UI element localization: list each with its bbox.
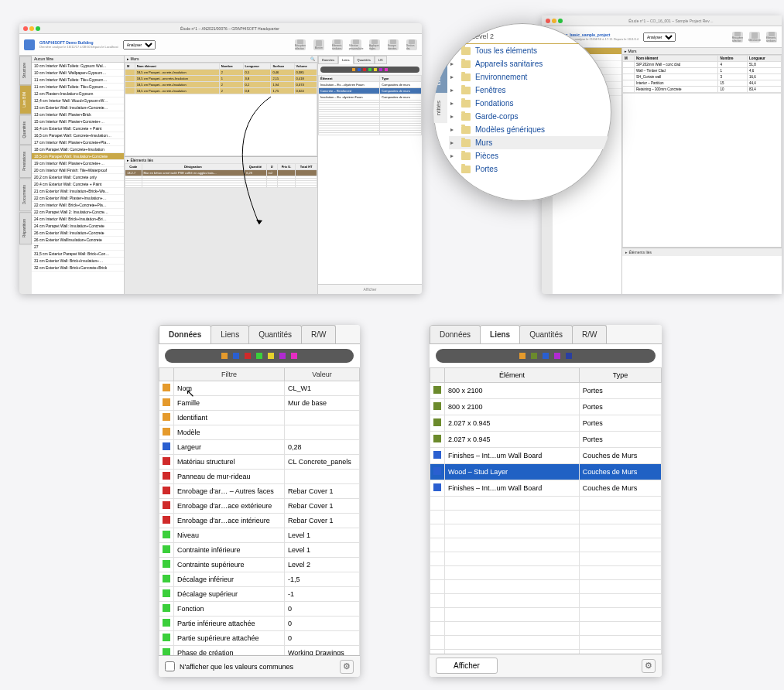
property-row[interactable]: Enrobage d'ar…ace intérieureRebar Cover … (159, 514, 360, 528)
tree-item[interactable]: 32 cm Exterior Wall: Brick+Concrete+Bric… (32, 265, 124, 272)
afficher-button[interactable]: Afficher (318, 284, 422, 294)
color-swatch[interactable] (554, 353, 560, 359)
zoom-icon[interactable] (558, 19, 563, 23)
titlebar[interactable]: Étude n°1 – CO_16_001 – Sample Project R… (542, 15, 782, 26)
gear-icon[interactable]: ⚙ (340, 660, 354, 674)
property-row[interactable]: NomCL_W1 (159, 381, 360, 396)
titlebar[interactable]: Étude n°1 – AN2021/00076 – GRAPHISOFT He… (19, 23, 422, 34)
expand-icon[interactable]: ▸ (450, 113, 457, 120)
tab-données[interactable]: Données (159, 325, 211, 343)
analyser-select[interactable]: Analyser (123, 40, 156, 50)
toolbar-button[interactable]: Récupérer sélection (732, 32, 743, 43)
lens-sidetab[interactable]: ntités (433, 93, 447, 123)
link-row[interactable]: 2.027 x 0.945Portes (430, 415, 662, 432)
tree-item[interactable]: 16,5 cm Parapet Wall: Concrete+Insulatio… (32, 132, 124, 139)
expand-icon[interactable]: ▸ (450, 152, 457, 159)
tree-item[interactable]: 12,4 cm Interior Wall: Wood+Gypsum+W… (32, 97, 124, 104)
tree-item[interactable]: 22 cm Interior Wall: Brick+Concrete+Pla… (32, 202, 124, 209)
right-tab[interactable]: Données (318, 56, 338, 64)
sidetab-structure[interactable]: Structure (19, 56, 32, 85)
property-row[interactable]: Contrainte inférieureLevel 1 (159, 543, 360, 558)
category-item[interactable]: ▸Modèles génériques (449, 123, 608, 136)
tree-item[interactable]: 10 cm Interior Wall: Wallpaper+Gypsum… (32, 70, 124, 77)
sidetab-documents[interactable]: Documents (19, 178, 32, 211)
lens-sidetab[interactable]: Lien BIM (433, 53, 447, 94)
property-row[interactable]: Fonction0 (159, 602, 360, 617)
category-item[interactable]: ▸Fenêtres (449, 84, 608, 97)
right-tab[interactable]: L/C (375, 56, 387, 64)
links-table[interactable]: ÉlémentTypeInsulation – Ex…olystiren Foa… (318, 75, 422, 284)
property-row[interactable]: Partie supérieure attachée0 (159, 631, 360, 646)
expand-icon[interactable]: ▸ (450, 73, 457, 80)
tree-item[interactable]: 16,4 cm Exterior Wall: Concrete + Paint (32, 125, 124, 132)
category-item[interactable]: ▸Fondations (449, 97, 608, 110)
category-item[interactable]: ▸Murs (449, 136, 608, 149)
property-row[interactable]: Décalage inférieur-1,5 (159, 572, 360, 587)
link-row[interactable]: 2.027 x 0.945Portes (430, 432, 662, 448)
tab-r/w[interactable]: R/W (572, 325, 607, 343)
murs-table[interactable]: ▸ Murs MNom élémentNombreLongueurSIP 202… (622, 48, 782, 294)
toolbar-button[interactable]: Envoyer données (388, 39, 399, 50)
color-swatch[interactable] (256, 353, 262, 359)
property-row[interactable]: Décalage supérieur-1 (159, 587, 360, 602)
sidetab-quantités[interactable]: Quantités (19, 114, 32, 145)
property-row[interactable]: Enrobage d'ar… – Autres facesRebar Cover… (159, 484, 360, 499)
tree-item[interactable]: 12 cm Plaster+Insulation+Gypsum (32, 91, 124, 97)
sidetab-répartition[interactable]: Répartition (19, 212, 32, 244)
tree-item[interactable]: 22 cm Parapet Wall 2: Insulation+Concre… (32, 209, 124, 216)
common-values-checkbox[interactable] (165, 661, 175, 671)
link-row[interactable]: 800 x 2100Portes (430, 383, 662, 399)
color-swatch[interactable] (531, 353, 537, 359)
toolbar-button[interactable]: Récupérer sélection (295, 39, 306, 50)
tree-item[interactable]: 27 (32, 244, 124, 251)
tab-données[interactable]: Données (430, 325, 481, 343)
tree-item[interactable]: 11 cm Interior Wall-Toilets: Tile+Gypsum… (32, 84, 124, 91)
color-swatch[interactable] (279, 353, 286, 359)
color-filter-bar[interactable] (165, 349, 354, 363)
color-filter-bar[interactable] (320, 67, 419, 73)
category-item[interactable]: ▸Pièces (449, 149, 608, 162)
expand-icon[interactable]: ▸ (450, 47, 457, 54)
tree-item[interactable]: 21 cm Exterior Wall: Insulation+Brick+Wa… (32, 188, 124, 195)
tree-item[interactable]: 18 cm Parapet Wall: Concrete+Insulation (32, 146, 124, 153)
tree-item[interactable]: 22 cm Exterior Wall: Plaster+Insulation+… (32, 195, 124, 202)
toolbar-button[interactable]: Gestion des (406, 39, 417, 50)
category-item[interactable]: ▸Environnement (449, 70, 608, 84)
expand-icon[interactable]: ▸ (450, 100, 457, 107)
toolbar-button[interactable]: Appliquer règles (369, 39, 380, 50)
elements-lies[interactable]: ▸ Éléments liés CodeDésignationQuantitéU… (125, 156, 317, 188)
property-row[interactable]: Enrobage d'ar…ace extérieureRebar Cover … (159, 499, 360, 514)
zoom-icon[interactable] (36, 26, 40, 31)
toolbar-button[interactable]: Montrer (313, 39, 324, 50)
color-swatch[interactable] (268, 353, 274, 359)
property-row[interactable]: FamilleMur de base (159, 396, 360, 411)
structure-tree[interactable]: Aucun filtre 10 cm Interior Wall-Toilets… (32, 56, 125, 294)
gear-icon[interactable]: ⚙ (642, 659, 656, 673)
tree-item[interactable]: 17 cm Interior Wall: Plaster+Concrete+Pl… (32, 139, 124, 146)
minimize-icon[interactable] (552, 19, 556, 23)
color-swatch[interactable] (519, 353, 526, 359)
sidetab-prestations[interactable]: Prestations (19, 145, 32, 178)
sidetab-lien bim[interactable]: Lien BIM (19, 85, 32, 114)
property-row[interactable]: Largeur0,28 (159, 440, 360, 455)
toolbar-button[interactable]: Sélectionner (749, 32, 760, 43)
toolbar-button[interactable]: Sélection personnalisée (351, 39, 361, 50)
tree-item[interactable]: 10 cm Interior Wall-Toilets: Gypsum Wal… (32, 63, 124, 70)
tree-item[interactable]: 20,2 cm Exterior Wall: Concrete only (32, 174, 124, 181)
expand-icon[interactable]: ▸ (450, 166, 457, 172)
color-swatch[interactable] (245, 353, 251, 359)
expand-icon[interactable]: ▸ (450, 126, 457, 133)
tree-item[interactable]: 26 cm Exterior Wall: Insulation+Concrete (32, 230, 124, 237)
tree-item[interactable]: 13 cm Exterior Wall: Insulation+Concrete… (32, 104, 124, 111)
close-icon[interactable] (546, 19, 550, 23)
color-filter-bar[interactable] (436, 349, 656, 363)
property-row[interactable]: Panneau de mur-rideau (159, 470, 360, 484)
tree-item[interactable]: 18,5 cm Parapet Wall: Insulation+Concret… (32, 153, 124, 160)
tab-r/w[interactable]: R/W (301, 325, 336, 343)
tab-quantités[interactable]: Quantités (519, 325, 573, 343)
color-swatch[interactable] (543, 353, 549, 359)
property-row[interactable]: Modèle (159, 425, 360, 440)
link-row[interactable]: Finishes – Int…um Wall BoardCouches de M… (430, 448, 662, 464)
tree-item[interactable]: 20,4 cm Exterior Wall: Concrete + Paint (32, 181, 124, 188)
link-row[interactable]: Finishes – Int…um Wall BoardCouches de M… (430, 480, 662, 497)
